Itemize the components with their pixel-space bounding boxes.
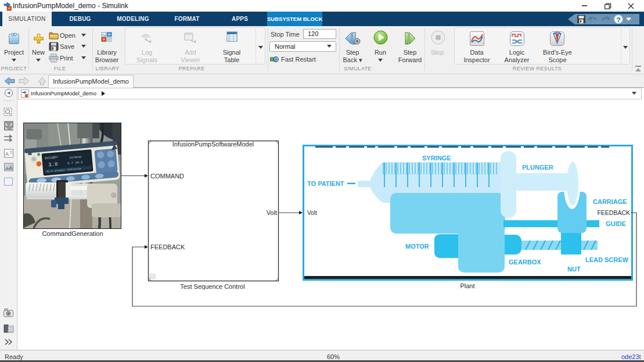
svg-text:PLUNGER: PLUNGER <box>522 164 553 171</box>
svg-text:MOTOR: MOTOR <box>405 243 429 250</box>
svg-text:CommandGeneration: CommandGeneration <box>42 230 103 237</box>
svg-text:?: ? <box>616 16 620 23</box>
svg-text:TO PATIENT: TO PATIENT <box>307 180 344 187</box>
svg-text:GEARBOX: GEARBOX <box>509 259 541 266</box>
svg-text:Volt: Volt <box>267 209 277 216</box>
svg-text:InfusionPumpSoftwareModel: InfusionPumpSoftwareModel <box>172 141 254 148</box>
svg-text:A: A <box>5 151 9 157</box>
svg-text:SYRINGE: SYRINGE <box>422 155 451 162</box>
svg-text:FEEDBACK: FEEDBACK <box>150 243 185 250</box>
svg-text:3.0: 3.0 <box>48 162 58 168</box>
svg-text:NUT: NUT <box>567 266 581 273</box>
svg-text:CARRIAGE: CARRIAGE <box>593 198 627 205</box>
svg-text:LEAD SCREW: LEAD SCREW <box>585 256 629 263</box>
svg-text:Volt: Volt <box>307 210 317 216</box>
svg-text:COMMAND: COMMAND <box>150 173 184 180</box>
svg-text:Test Sequence Control: Test Sequence Control <box>180 283 244 290</box>
svg-text:GUIDE: GUIDE <box>606 220 626 227</box>
svg-text:Plant: Plant <box>460 282 474 289</box>
svg-text:FEEDBACK: FEEDBACK <box>597 209 630 216</box>
